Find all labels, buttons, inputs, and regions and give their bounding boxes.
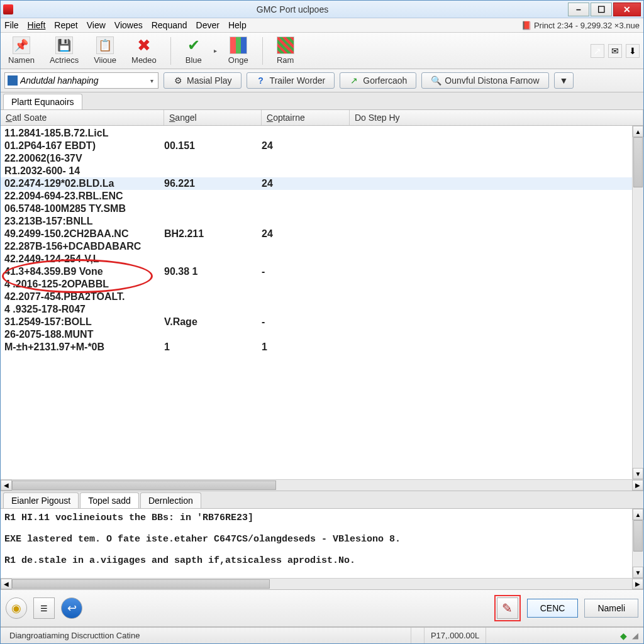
small-icon-down[interactable]: ⬇ [626, 44, 640, 58]
tab-plartt[interactable]: Plartt Equnaoirs [3, 94, 82, 109]
table-row[interactable]: 42.2449-124-254-V,L [1, 253, 632, 265]
scroll-thumb[interactable] [633, 520, 643, 552]
col-catl-soate[interactable]: Catl Soate [1, 110, 164, 125]
small-icon-mail[interactable]: ✉ [608, 44, 622, 58]
small-icon-arrow[interactable]: ↗ [591, 44, 604, 58]
table-row[interactable]: 11.2841-185.B.72.LicL [1, 127, 632, 140]
status-left: Diangroatiaming Discructtion Catine [3, 628, 411, 643]
btn-lines[interactable]: ☰ [33, 597, 55, 619]
tool-ram[interactable]: Ram [273, 35, 298, 66]
btn-nameli[interactable]: Nameli [584, 599, 638, 618]
hscroll-thumb[interactable] [12, 480, 276, 490]
table-row[interactable]: 42.2077-454.PBA2TOALT. [1, 291, 632, 303]
table-row[interactable]: 22.287B-156+DCABDABARC [1, 240, 632, 253]
tab-eianler[interactable]: Eianler Pigoust [3, 492, 79, 508]
tool-actriecs[interactable]: 💾Actriecs [46, 35, 82, 66]
minimize-button[interactable]: – [568, 3, 589, 16]
table-row[interactable]: 41.3+84.359.B9 Vone90.38 1- [1, 265, 632, 278]
menu-view[interactable]: View [87, 20, 106, 30]
menu-help[interactable]: Help [228, 20, 247, 30]
filter-input[interactable] [20, 75, 148, 86]
scroll-down-button[interactable]: ▼ [633, 567, 643, 578]
table-row[interactable]: 01.2P64-167 EBDT)00.15124 [1, 140, 632, 152]
menu-viowes[interactable]: Viowes [114, 20, 143, 30]
btn-masial-play[interactable]: ⚙Masial Play [164, 72, 242, 89]
scroll-right-button[interactable]: ▶ [632, 480, 643, 491]
scroll-right-button[interactable]: ▶ [632, 579, 643, 589]
log-vertical-scrollbar[interactable]: ▲ ▼ [632, 509, 643, 578]
table-row[interactable]: 49.2499-150.2CH2BAA.NCBH2.21124 [1, 228, 632, 240]
col-coptairne[interactable]: Coptairne [262, 110, 350, 125]
table-row[interactable]: 4 .9325-178-R047 [1, 303, 632, 316]
horizontal-scrollbar[interactable]: ◀ ▶ [1, 479, 643, 491]
cell-c2 [164, 303, 262, 316]
scroll-up-button[interactable]: ▲ [633, 126, 643, 137]
scroll-thumb[interactable] [633, 137, 643, 187]
resize-grip-icon[interactable]: ◢ [632, 631, 641, 640]
log-horizontal-scrollbar[interactable]: ◀ ▶ [1, 578, 643, 589]
status-sep [411, 628, 425, 643]
x-red-icon: ✖ [135, 36, 153, 54]
cell-c4 [350, 215, 632, 228]
menu-repet[interactable]: Repet [54, 20, 77, 30]
scroll-down-button[interactable]: ▼ [633, 468, 643, 479]
cell-c1: 31.2549-157:BOLL [1, 316, 164, 328]
btn-overflow[interactable]: ▼ [554, 72, 574, 89]
btn-circle-blue[interactable]: ↩ [61, 597, 82, 619]
chevron-down-icon[interactable]: ▾ [148, 77, 155, 84]
table-row[interactable]: 23.213B-157:BNLL [1, 215, 632, 228]
dropdown-arrow-icon[interactable]: ▸ [214, 47, 217, 54]
tab-topel[interactable]: Topel sadd [80, 492, 139, 508]
cell-c1: 49.2499-150.2CH2BAA.NC [1, 228, 164, 240]
close-button[interactable]: ✕ [613, 3, 641, 16]
table-row[interactable]: 02.2474-129*02.BLD.La96.22124 [1, 177, 632, 190]
cell-c4 [350, 140, 632, 152]
menu-file[interactable]: File [4, 20, 19, 30]
tool-medeo[interactable]: ✖Medeo [128, 35, 160, 66]
combo-icon [8, 75, 18, 86]
scroll-left-button[interactable]: ◀ [1, 579, 12, 589]
scroll-left-button[interactable]: ◀ [1, 480, 12, 491]
filter-combo[interactable]: ▾ [4, 72, 158, 89]
btn-gorfercaoh[interactable]: ↗Gorfercaoh [340, 72, 416, 89]
cell-c2 [164, 190, 262, 203]
scroll-track[interactable] [633, 137, 643, 468]
btn-cenc[interactable]: CENC [527, 599, 579, 618]
table-row[interactable]: R1.2032-600- 14 [1, 165, 632, 177]
btn-circle-yellow[interactable]: ◉ [6, 597, 27, 619]
cell-c4 [350, 278, 632, 291]
table-body[interactable]: 11.2841-185.B.72.LicL01.2P64-167 EBDT)00… [1, 126, 632, 479]
cell-c2: 90.38 1 [164, 265, 262, 278]
maximize-button[interactable]: ☐ [591, 3, 612, 16]
col-sangel[interactable]: Sangel [164, 110, 262, 125]
btn-ounvful[interactable]: 🔍Ounvful Distona Farnow [421, 72, 548, 89]
scroll-up-button[interactable]: ▲ [633, 509, 643, 520]
tool-namen[interactable]: 📌Namen [4, 35, 38, 66]
tool-viioue[interactable]: 📋Viioue [90, 35, 120, 66]
tool-blue[interactable]: ✔Blue [181, 35, 206, 66]
tab-dernlection[interactable]: Dernlection [140, 492, 201, 508]
table-row[interactable]: M-±h+2131.97+M-*0B11 [1, 341, 632, 353]
vertical-scrollbar[interactable]: ▲ ▼ [632, 126, 643, 479]
col-do-step[interactable]: Do Step Hy [350, 110, 643, 125]
table-row[interactable]: 4 .2016-125-2OPABBL [1, 278, 632, 291]
table-row[interactable]: 06.5748-100M285 TY.SMB [1, 203, 632, 215]
scroll-track[interactable] [633, 520, 643, 567]
tool-onge[interactable]: Onge [225, 35, 252, 66]
menu-hieft[interactable]: Hieft [28, 20, 46, 30]
log-text[interactable]: R1 HI.11 voclineiouts the BBs: in 'RB76R… [1, 509, 632, 578]
hscroll-track[interactable] [12, 579, 632, 589]
table-row[interactable]: 31.2549-157:BOLLV.Rage- [1, 316, 632, 328]
btn-trailer-worder[interactable]: ?Trailer Worder [247, 72, 335, 89]
table-row[interactable]: 26-2075-188.MUNT [1, 328, 632, 341]
hscroll-thumb[interactable] [12, 579, 270, 589]
pen-icon-highlight: ✎ [494, 595, 521, 621]
disk-icon: 💾 [55, 36, 73, 54]
table-row[interactable]: 22.20062(16-37V [1, 152, 632, 165]
menu-dever[interactable]: Dever [196, 20, 219, 30]
menu-requand[interactable]: Requand [152, 20, 187, 30]
table-row[interactable]: 22.2094-694-23.RBL.ENC [1, 190, 632, 203]
btn-pen[interactable]: ✎ [497, 597, 518, 619]
cell-c1: 23.213B-157:BNLL [1, 215, 164, 228]
hscroll-track[interactable] [12, 480, 632, 491]
